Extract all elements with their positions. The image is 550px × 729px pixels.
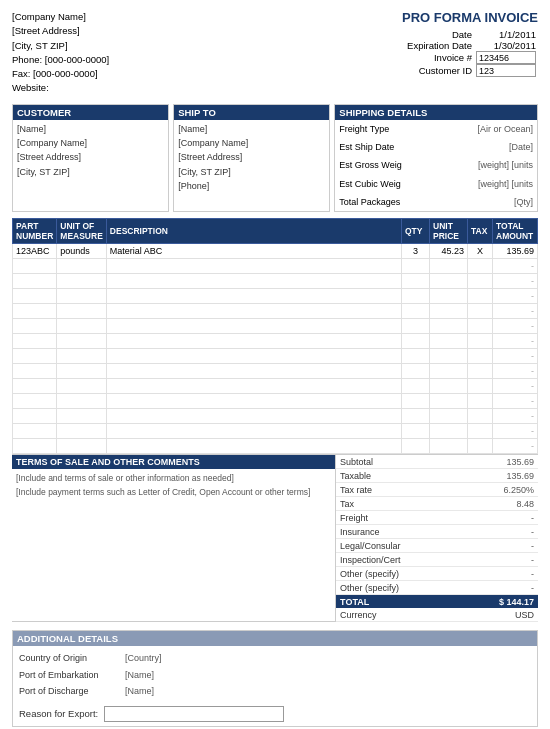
shipping-label-1: Est Ship Date [339, 140, 394, 154]
table-row: - [13, 274, 538, 289]
customer-street: [Street Address] [17, 150, 164, 164]
customer-id-input[interactable] [476, 64, 536, 77]
sender-website: Website: [12, 81, 109, 95]
info-boxes: CUSTOMER [Name] [Company Name] [Street A… [12, 104, 538, 213]
totals-row-taxable: Taxable 135.69 [336, 469, 538, 483]
customer-id-label: Customer ID [405, 64, 474, 77]
ship-to-body: [Name] [Company Name] [Street Address] [… [174, 120, 329, 196]
cell-qty: 3 [402, 244, 430, 259]
cell-price: 45.23 [430, 244, 468, 259]
shipping-label-2: Est Gross Weig [339, 158, 401, 172]
totals-row-freight: Freight - [336, 511, 538, 525]
taxable-label: Taxable [336, 469, 460, 483]
invoice-title: PRO FORMA INVOICE [402, 10, 538, 25]
cell-desc: Material ABC [106, 244, 401, 259]
ship-to-street: [Street Address] [178, 150, 325, 164]
totals-row-taxrate: Tax rate 6.250% [336, 483, 538, 497]
subtotal-value: 135.69 [460, 455, 538, 469]
totals-table: Subtotal 135.69 Taxable 135.69 Tax rate … [336, 455, 538, 622]
shipping-row-2: Est Gross Weig [weight] [units [335, 156, 537, 174]
table-row: - [13, 439, 538, 454]
customer-company: [Company Name] [17, 136, 164, 150]
reason-input[interactable] [104, 706, 284, 722]
totals-row-total: TOTAL $ 144.17 [336, 595, 538, 609]
totals-row-other2: Other (specify) - [336, 581, 538, 595]
inspection-value: - [460, 553, 538, 567]
invoice-meta-table: Date 1/1/2011 Expiration Date 1/30/2011 … [405, 29, 538, 77]
currency-value: USD [460, 608, 538, 622]
insurance-label: Insurance [336, 525, 460, 539]
cell-unit: pounds [57, 244, 107, 259]
taxrate-value: 6.250% [460, 483, 538, 497]
customer-header: CUSTOMER [13, 105, 168, 120]
table-row: - [13, 409, 538, 424]
line-items-table: PARTNUMBER UNIT OFMEASURE DESCRIPTION QT… [12, 218, 538, 454]
additional-header: ADDITIONAL DETAILS [13, 631, 537, 646]
th-total: TOTALAMOUNT [493, 219, 538, 244]
customer-name: [Name] [17, 122, 164, 136]
ship-to-phone: [Phone] [178, 179, 325, 193]
other2-label: Other (specify) [336, 581, 460, 595]
subtotal-label: Subtotal [336, 455, 460, 469]
totals-row-subtotal: Subtotal 135.69 [336, 455, 538, 469]
shipping-row-4: Total Packages [Qty] [335, 193, 537, 211]
tax-label: Tax [336, 497, 460, 511]
customer-city: [City, ST ZIP] [17, 165, 164, 179]
customer-body: [Name] [Company Name] [Street Address] [… [13, 120, 168, 182]
additional-value-0: [Country] [125, 650, 162, 666]
cell-part: 123ABC [13, 244, 57, 259]
bottom-section: TERMS OF SALE AND OTHER COMMENTS [Includ… [12, 454, 538, 622]
shipping-label-4: Total Packages [339, 195, 400, 209]
invoice-num-label: Invoice # [405, 51, 474, 64]
shipping-value-0: [Air or Ocean] [477, 122, 533, 136]
inspection-label: Inspection/Cert [336, 553, 460, 567]
totals-row-other1: Other (specify) - [336, 567, 538, 581]
invoice-num-input[interactable] [476, 51, 536, 64]
th-qty: QTY [402, 219, 430, 244]
th-tax: TAX [468, 219, 493, 244]
freight-label: Freight [336, 511, 460, 525]
shipping-row-1: Est Ship Date [Date] [335, 138, 537, 156]
reason-row: Reason for Export: [19, 705, 531, 722]
shipping-label-3: Est Cubic Weig [339, 177, 400, 191]
totals-row-inspection: Inspection/Cert - [336, 553, 538, 567]
shipping-header: SHIPPING DETAILS [335, 105, 537, 120]
totals-row-legal: Legal/Consular - [336, 539, 538, 553]
table-row: - [13, 379, 538, 394]
additional-row-1: Port of Embarkation [Name] [19, 667, 531, 683]
cell-total: 135.69 [493, 244, 538, 259]
customer-box: CUSTOMER [Name] [Company Name] [Street A… [12, 104, 169, 213]
ship-to-box: SHIP TO [Name] [Company Name] [Street Ad… [173, 104, 330, 213]
sender-phone: Phone: [000-000-0000] [12, 53, 109, 67]
additional-label-1: Port of Embarkation [19, 667, 119, 683]
totals-box: Subtotal 135.69 Taxable 135.69 Tax rate … [336, 455, 538, 622]
tax-value: 8.48 [460, 497, 538, 511]
shipping-label-0: Freight Type [339, 122, 389, 136]
currency-label: Currency [336, 608, 460, 622]
legal-value: - [460, 539, 538, 553]
other1-label: Other (specify) [336, 567, 460, 581]
table-row: - [13, 334, 538, 349]
shipping-box: SHIPPING DETAILS Freight Type [Air or Oc… [334, 104, 538, 213]
shipping-value-1: [Date] [509, 140, 533, 154]
terms-box: TERMS OF SALE AND OTHER COMMENTS [Includ… [12, 455, 336, 622]
th-desc: DESCRIPTION [106, 219, 401, 244]
additional-label-0: Country of Origin [19, 650, 119, 666]
th-part: PARTNUMBER [13, 219, 57, 244]
totals-row-currency: Currency USD [336, 608, 538, 622]
shipping-row-3: Est Cubic Weig [weight] [units [335, 175, 537, 193]
total-label: TOTAL [336, 595, 460, 609]
sender-street: [Street Address] [12, 24, 109, 38]
legal-label: Legal/Consular [336, 539, 460, 553]
table-row: - [13, 289, 538, 304]
invoice-meta: PRO FORMA INVOICE Date 1/1/2011 Expirati… [402, 10, 538, 96]
table-row: - [13, 259, 538, 274]
ship-to-city: [City, ST ZIP] [178, 165, 325, 179]
additional-section: ADDITIONAL DETAILS Country of Origin [Co… [12, 630, 538, 727]
sender-info: [Company Name] [Street Address] [City, S… [12, 10, 109, 96]
terms-body: [Include and terms of sale or other info… [12, 469, 335, 502]
total-value: $ 144.17 [460, 595, 538, 609]
ship-to-company: [Company Name] [178, 136, 325, 150]
shipping-value-2: [weight] [units [478, 158, 533, 172]
terms-line1: [Include and terms of sale or other info… [16, 472, 331, 486]
